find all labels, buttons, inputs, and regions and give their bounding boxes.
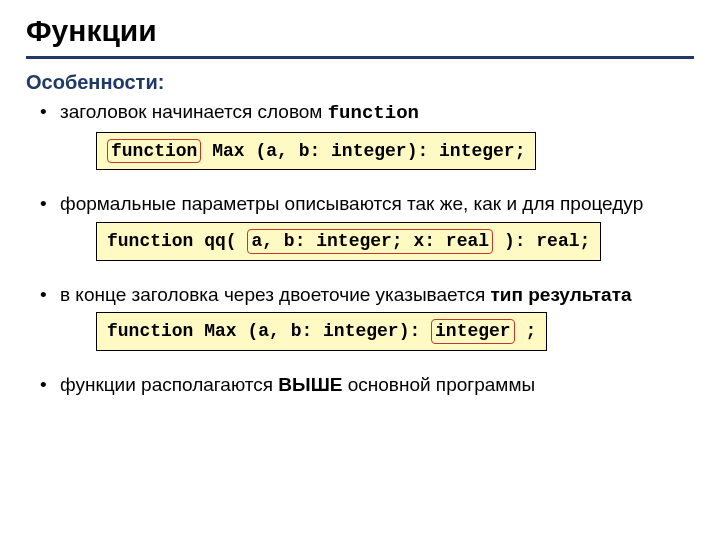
code-box-1: function Max (a, b: integer): integer; [96, 132, 536, 171]
bullet-2-text: формальные параметры описываются так же,… [60, 193, 643, 214]
code-box-2: function qq( a, b: integer; x: real ): r… [96, 222, 601, 261]
code-1-rest: Max (a, b: integer): integer; [201, 141, 525, 161]
bullet-item-1: заголовок начинается словом function fun… [38, 100, 694, 184]
page-title: Функции [26, 14, 694, 48]
bullet-3-bold: тип результата [490, 284, 631, 305]
bullet-4-post: основной программы [342, 374, 535, 395]
bullet-list: заголовок начинается словом function fun… [26, 100, 694, 397]
section-subtitle: Особенности: [26, 71, 694, 94]
bullet-item-2: формальные параметры описываются так же,… [38, 192, 694, 274]
bullet-3-text: в конце заголовка через двоеточие указыв… [60, 284, 490, 305]
bullet-1-text: заголовок начинается словом [60, 101, 328, 122]
code-3-pre: function Max (a, b: integer): [107, 321, 431, 341]
bullet-1-keyword: function [328, 102, 419, 124]
bullet-item-4: функции располагаются ВЫШЕ основной прог… [38, 373, 694, 397]
bullet-4-caps: ВЫШЕ [278, 374, 342, 395]
code-3-post: ; [515, 321, 537, 341]
code-3-highlight: integer [431, 319, 515, 344]
code-box-3: function Max (a, b: integer): integer ; [96, 312, 547, 351]
bullet-4-pre: функции располагаются [60, 374, 278, 395]
code-1-highlight: function [107, 139, 201, 164]
code-2-pre: function qq( [107, 231, 247, 251]
code-2-highlight: a, b: integer; x: real [247, 229, 493, 254]
bullet-item-3: в конце заголовка через двоеточие указыв… [38, 283, 694, 365]
code-2-post: ): real; [493, 231, 590, 251]
title-divider [26, 56, 694, 59]
